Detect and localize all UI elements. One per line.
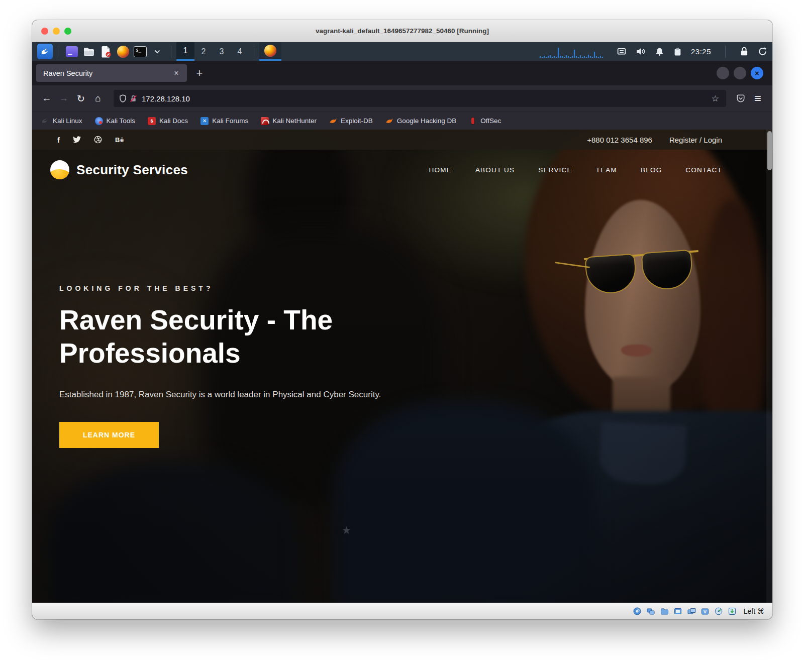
firefox-icon [264,45,276,57]
kali-docs-icon: $ [148,117,156,125]
shared-folder-icon [660,608,669,615]
terminal-launcher[interactable]: $_ [132,44,149,59]
close-window-button[interactable] [41,28,48,35]
shield-icon[interactable] [119,94,127,103]
site-topbar: f Bē +880 012 3654 89 [32,130,772,150]
workspace-label: 4 [238,47,242,56]
insecure-lock-icon[interactable] [129,94,138,103]
nav-home[interactable]: HOME [429,166,452,174]
bookmark-kali-docs[interactable]: $ Kali Docs [148,117,188,125]
hero-subtitle: Established in 1987, Raven Security is a… [59,390,441,400]
google-hacking-db-icon [385,117,393,125]
phone-number[interactable]: +880 012 3654 896 [587,136,652,144]
facebook-link[interactable]: f [57,136,60,144]
pocket-button[interactable] [732,90,749,107]
workspace-2[interactable]: 2 [194,42,213,61]
bookmark-label: Kali Linux [53,117,82,125]
virtualbox-status-bar: V Left ⌘ [32,603,772,619]
bookmark-label: Exploit-DB [341,117,373,125]
tab-close-button[interactable]: × [171,68,182,79]
bookmark-google-hacking-db[interactable]: Google Hacking DB [385,117,457,125]
workspace-1[interactable]: 1 [176,42,194,61]
network-status[interactable] [617,47,627,56]
dribbble-link[interactable] [94,136,102,144]
kali-menu-button[interactable] [37,44,53,59]
firefox-launcher[interactable] [115,44,132,59]
minimize-window-button[interactable] [53,28,60,35]
home-button[interactable]: ⌂ [89,90,107,107]
launcher-dropdown[interactable] [149,44,166,59]
browser-minimize-button[interactable] [717,67,729,79]
bookmark-label: Kali Docs [159,117,188,125]
bookmark-star-icon[interactable]: ☆ [710,93,721,104]
nav-team[interactable]: TEAM [596,166,617,174]
network-adapters-icon [647,608,655,615]
bookmark-kali-nethunter[interactable]: Kali NetHunter [261,117,317,125]
logout-button[interactable] [758,47,767,56]
notifications[interactable] [655,47,664,56]
taskbar-firefox-window[interactable] [259,42,281,61]
twitter-link[interactable] [73,136,81,143]
new-tab-button[interactable]: + [191,65,208,82]
vbox-network-status[interactable] [647,607,655,616]
bookmark-kali-forums[interactable]: ✕ Kali Forums [200,117,248,125]
back-button[interactable]: ← [38,90,55,107]
nav-about-us[interactable]: ABOUT US [475,166,515,174]
browser-maximize-button[interactable] [734,67,746,79]
panel-clock[interactable]: 23:25 [691,47,711,56]
site-logo[interactable]: Security Services [50,160,188,179]
vbox-features-status[interactable] [715,607,723,616]
kali-dragon-icon [40,47,50,57]
bookmark-kali-tools[interactable]: Kali Tools [95,117,136,125]
display-icon [674,608,682,615]
screen-lock[interactable] [740,47,749,56]
kali-forums-icon: ✕ [200,117,209,125]
facebook-icon: f [57,136,60,144]
menu-button[interactable]: ≡ [749,90,766,107]
tab-raven-security[interactable]: Raven Security × [36,64,187,82]
virtualbox-vm-window: vagrant-kali_default_1649657277982_50460… [32,20,772,619]
vbox-recording-status[interactable]: V [701,607,710,616]
logo-icon [50,160,69,179]
vbox-seamless-status[interactable] [687,607,696,616]
bookmark-kali-linux[interactable]: Kali Linux [41,117,82,125]
learn-more-button[interactable]: LEARN MORE [59,422,159,448]
page-scrollbar[interactable] [766,130,772,603]
workspace-4[interactable]: 4 [231,42,249,61]
vbox-mouse-integration-status[interactable] [728,607,737,616]
traffic-lights [41,28,71,35]
zoom-window-button[interactable] [64,28,71,35]
workspace-3[interactable]: 3 [213,42,231,61]
vbox-display-status[interactable] [674,607,682,616]
svg-text:V: V [703,609,707,614]
behance-link[interactable]: Bē [115,136,124,144]
forward-button[interactable]: → [55,90,72,107]
register-login-link[interactable]: Register / Login [669,136,722,144]
lock-icon [740,47,749,56]
workspace-label: 3 [220,47,224,56]
panel-separator [254,46,254,58]
url-bar[interactable]: 172.28.128.10 ☆ [114,90,726,107]
nav-contact[interactable]: CONTACT [685,166,722,174]
nav-service[interactable]: SERVICE [538,166,572,174]
hard-disk-icon [633,607,641,615]
vbox-shared-folders-status[interactable] [660,607,669,616]
reload-button[interactable]: ↻ [72,90,89,107]
browser-close-button[interactable]: × [751,67,763,79]
bookmark-label: Kali Forums [212,117,248,125]
volume-control[interactable] [636,47,646,56]
text-editor-launcher[interactable] [97,44,115,59]
vbox-hard-disk-status[interactable] [633,607,642,616]
bookmark-offsec[interactable]: OffSec [469,117,501,125]
clipboard-icon [673,47,682,56]
app-launcher-window[interactable] [63,44,80,59]
url-text[interactable]: 172.28.128.10 [142,94,710,103]
nav-blog[interactable]: BLOG [641,166,662,174]
scrollbar-thumb[interactable] [767,131,772,170]
chevron-down-icon [154,50,160,54]
terminal-icon: $_ [134,46,147,57]
windows-icon [687,608,696,615]
file-manager-launcher[interactable] [80,44,97,59]
clipboard-manager[interactable] [673,47,682,56]
bookmark-exploit-db[interactable]: Exploit-DB [329,117,373,125]
